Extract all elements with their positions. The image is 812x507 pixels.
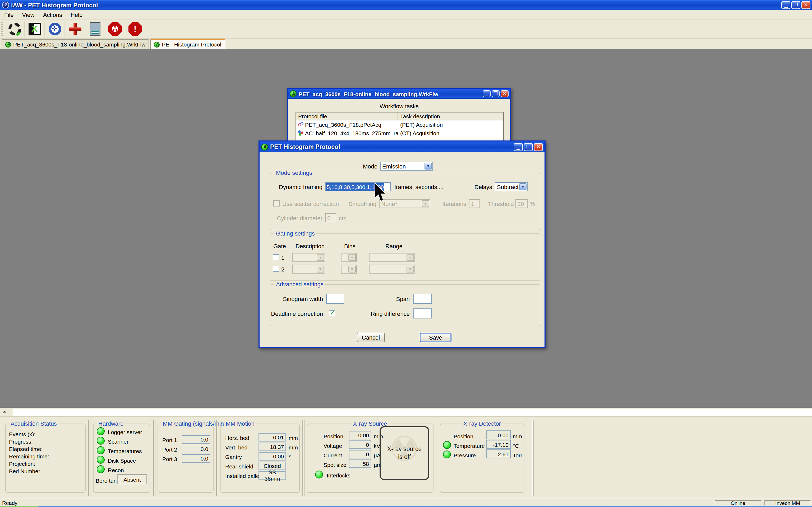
dialog-minimize-icon[interactable]: ▁ bbox=[514, 143, 523, 151]
scatter-correction-checkbox[interactable] bbox=[273, 200, 280, 207]
cylinder-diameter-input: 6 bbox=[325, 213, 336, 222]
menu-view[interactable]: View bbox=[18, 10, 39, 19]
start-button[interactable]: start bbox=[0, 506, 41, 507]
port2-label: Port 2 bbox=[162, 446, 177, 453]
gate1-bins-select: ▼ bbox=[341, 253, 357, 262]
delays-label: Delays bbox=[471, 184, 492, 190]
voltage-field: 0 bbox=[349, 441, 371, 449]
dynamic-framing-label: Dynamic framing bbox=[270, 184, 322, 190]
ring-difference-input[interactable] bbox=[413, 308, 432, 319]
gate2-range-select: ▼ bbox=[369, 265, 415, 274]
smoothing-label: Smoothing bbox=[344, 201, 376, 207]
desktop: IAW - PET Histogram Protocol ▁ ❐ ✕ File … bbox=[0, 0, 812, 507]
deadtime-correction-checkbox[interactable] bbox=[329, 310, 335, 316]
vert-bed-label: Vert. bed bbox=[225, 444, 247, 450]
description-header: Description bbox=[296, 243, 324, 249]
elapsed-time-label: Elapsed time: bbox=[9, 446, 43, 452]
vert-bed-field: 18.37 bbox=[258, 443, 286, 451]
current-field: 0 bbox=[349, 450, 371, 458]
pet-histogram-dialog: PET Histogram Protocol ▁ ❐ ✕ Mode Emissi… bbox=[258, 140, 546, 348]
tab-workflow-label: PET_acq_3600s_F18-online_blood_sampling.… bbox=[13, 41, 145, 48]
menu-file[interactable]: File bbox=[0, 10, 18, 19]
gate2-checkbox[interactable] bbox=[273, 266, 279, 272]
motion-center-icon[interactable] bbox=[45, 20, 65, 37]
logger-server-label: Logger server bbox=[108, 429, 142, 435]
table-row[interactable]: AC_half_120_4x4_180ms_275mm_rat_JS... (C… bbox=[296, 129, 503, 137]
gantry-rotate-icon[interactable] bbox=[5, 20, 25, 37]
temperature-field: -17.10 bbox=[486, 440, 511, 449]
close-icon[interactable]: ✕ bbox=[801, 1, 810, 9]
rear-shield-label: Rear shield bbox=[225, 463, 253, 469]
horz-bed-label: Horz. bed bbox=[225, 435, 249, 441]
gate1-range-select: ▼ bbox=[369, 253, 415, 262]
delays-select[interactable]: Subtract*▼ bbox=[495, 182, 527, 191]
detector-position-field: 0.00 bbox=[486, 431, 511, 439]
dialog-close-icon[interactable]: ✕ bbox=[534, 143, 543, 151]
temperature-label: Temperature bbox=[454, 443, 485, 449]
workflow-table: Protocol file Task description PET_acq_3… bbox=[296, 112, 504, 145]
histogram-tab-icon bbox=[154, 42, 160, 47]
menu-actions[interactable]: Actions bbox=[39, 10, 66, 19]
gate2-description-select: ▼ bbox=[292, 265, 325, 274]
scanner-rack-icon[interactable] bbox=[85, 20, 105, 37]
statusbar: Ready Online Inveon MM bbox=[0, 499, 812, 506]
radiation-icon[interactable]: ☢ bbox=[105, 20, 125, 37]
voltage-unit: kV bbox=[374, 443, 380, 449]
taskbar: start IAW Logger Server Runtime App Loca… bbox=[0, 506, 812, 507]
dock-message-field bbox=[13, 409, 812, 416]
menu-help[interactable]: Help bbox=[66, 10, 87, 19]
port3-label: Port 3 bbox=[162, 456, 177, 462]
disk-space-led bbox=[97, 456, 105, 464]
detector-position-unit: mm bbox=[513, 433, 522, 439]
threshold-input: 20 bbox=[515, 199, 527, 208]
mode-select[interactable]: Emission▼ bbox=[380, 162, 433, 171]
cancel-button[interactable]: Cancel bbox=[357, 333, 385, 342]
col-task-description[interactable]: Task description bbox=[398, 112, 503, 120]
dock-close-icon[interactable]: × bbox=[2, 409, 7, 415]
sinogram-width-input[interactable] bbox=[326, 294, 344, 304]
voltage-label: Voltage bbox=[323, 443, 342, 449]
span-input[interactable] bbox=[413, 294, 432, 304]
chevron-down-icon[interactable]: ▼ bbox=[519, 183, 526, 190]
ct-protocol-icon bbox=[298, 130, 303, 136]
horz-bed-field: 0.01 bbox=[258, 433, 286, 442]
deadtime-correction-label: Deadtime correction bbox=[270, 311, 323, 317]
emergency-stop-icon[interactable]: ! bbox=[125, 20, 145, 37]
status-panel: Acquisition Status Events (k): Progress:… bbox=[0, 416, 812, 499]
xray-detector-group: X-ray Detector bbox=[440, 424, 524, 493]
maximize-icon[interactable]: ❐ bbox=[792, 1, 800, 9]
workflow-close-icon[interactable]: ✕ bbox=[501, 90, 509, 97]
gantry-label: Gantry bbox=[225, 454, 242, 460]
chevron-down-icon[interactable]: ▼ bbox=[424, 163, 432, 170]
chevron-down-icon: ▼ bbox=[422, 200, 429, 207]
table-row[interactable]: PET_acq_3600s_F18.pPetAcq (PET) Acquisit… bbox=[296, 120, 503, 129]
remaining-time-label: Remaining time: bbox=[9, 453, 49, 459]
app-icon bbox=[2, 2, 9, 8]
panel-separator bbox=[216, 420, 218, 496]
tab-workflow[interactable]: PET_acq_3600s_F18-online_blood_sampling.… bbox=[2, 39, 149, 49]
workflow-maximize-icon[interactable]: ❐ bbox=[492, 90, 500, 97]
workflow-minimize-icon[interactable]: ▁ bbox=[483, 90, 491, 97]
excel-export-icon[interactable] bbox=[25, 20, 45, 37]
online-status: Online bbox=[715, 500, 761, 505]
xray-detector-legend: X-ray Detector bbox=[462, 420, 503, 427]
minimize-icon[interactable]: ▁ bbox=[781, 1, 790, 9]
gantry-field: 0.00 bbox=[258, 452, 286, 460]
workflow-window-title: PET_acq_3600s_F18-online_blood_sampling.… bbox=[299, 91, 438, 97]
pressure-led bbox=[443, 450, 451, 458]
gate2-number: 2 bbox=[281, 266, 285, 273]
temperatures-led bbox=[97, 446, 105, 454]
disk-space-label: Disk Space bbox=[108, 457, 136, 464]
dialog-icon bbox=[261, 144, 268, 150]
threshold-unit: % bbox=[530, 201, 535, 207]
add-icon[interactable] bbox=[65, 20, 85, 37]
gate1-checkbox[interactable] bbox=[273, 254, 279, 260]
tab-pet-histogram[interactable]: PET Histogram Protocol bbox=[150, 39, 225, 49]
dialog-maximize-icon[interactable]: ❐ bbox=[524, 143, 533, 151]
panel-separator bbox=[88, 420, 90, 496]
ring-difference-label: Ring difference bbox=[367, 311, 410, 317]
save-button[interactable]: Save bbox=[420, 333, 451, 342]
installed-pallet-label: Installed pallet bbox=[225, 473, 261, 479]
col-protocol-file[interactable]: Protocol file bbox=[296, 112, 398, 120]
scanner-label: Scanner bbox=[108, 438, 129, 445]
